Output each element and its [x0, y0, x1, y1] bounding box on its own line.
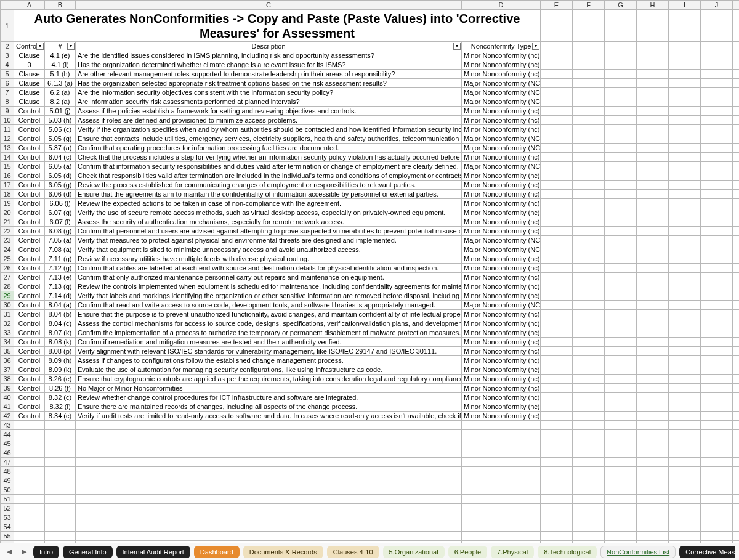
- cell-empty[interactable]: [605, 153, 637, 162]
- cell-empty[interactable]: [573, 264, 605, 273]
- cell-b[interactable]: 8.08 (p): [45, 347, 76, 356]
- row-header[interactable]: 28: [1, 282, 14, 291]
- cell-empty[interactable]: [637, 190, 669, 199]
- cell-empty[interactable]: [637, 264, 669, 273]
- cell-empty[interactable]: [701, 199, 733, 208]
- cell-b[interactable]: 6.08 (g): [45, 227, 76, 236]
- sheet-tab[interactable]: 6.People: [448, 546, 487, 558]
- cell-d[interactable]: Minor Nonconformity (nc): [462, 365, 541, 375]
- cell-empty[interactable]: [733, 393, 740, 402]
- cell-empty[interactable]: [45, 485, 76, 495]
- row-header[interactable]: 40: [1, 393, 14, 402]
- row-header[interactable]: 16: [1, 171, 14, 181]
- cell-b[interactable]: 8.26 (e): [45, 375, 76, 384]
- cell-empty[interactable]: [541, 42, 573, 51]
- row-header[interactable]: 27: [1, 273, 14, 282]
- cell-a[interactable]: Control: [14, 199, 45, 208]
- cell-c[interactable]: Assess if roles are defined and provisio…: [76, 116, 462, 125]
- cell-c[interactable]: Has the organization selected appropriat…: [76, 79, 462, 88]
- row-header[interactable]: 41: [1, 402, 14, 412]
- cell-empty[interactable]: [733, 513, 740, 522]
- cell-empty[interactable]: [541, 236, 573, 245]
- cell-empty[interactable]: [701, 144, 733, 153]
- cell-empty[interactable]: [701, 70, 733, 79]
- cell-empty[interactable]: [605, 171, 637, 181]
- cell-empty[interactable]: [669, 319, 701, 328]
- cell-empty[interactable]: [45, 513, 76, 522]
- cell-empty[interactable]: [541, 495, 573, 504]
- cell-empty[interactable]: [541, 88, 573, 97]
- cell-b[interactable]: 6.06 (d): [45, 190, 76, 199]
- cell-c[interactable]: Check that responsibilities valid after …: [76, 171, 462, 181]
- cell-empty[interactable]: [573, 384, 605, 393]
- cell-c[interactable]: No Major or Minor Nonconformities: [76, 384, 462, 393]
- cell-empty[interactable]: [669, 116, 701, 125]
- cell-empty[interactable]: [45, 421, 76, 430]
- cell-a[interactable]: Control: [14, 134, 45, 144]
- row-header[interactable]: 3: [1, 51, 14, 60]
- cell-empty[interactable]: [701, 60, 733, 70]
- cell-empty[interactable]: [541, 254, 573, 264]
- cell-a[interactable]: Control: [14, 375, 45, 384]
- cell-empty[interactable]: [541, 107, 573, 116]
- cell-empty[interactable]: [605, 430, 637, 439]
- cell-empty[interactable]: [637, 134, 669, 144]
- row-header[interactable]: 36: [1, 356, 14, 365]
- row-header[interactable]: 19: [1, 199, 14, 208]
- cell-empty[interactable]: [701, 181, 733, 190]
- cell-empty[interactable]: [637, 291, 669, 301]
- cell-empty[interactable]: [669, 291, 701, 301]
- cell-empty[interactable]: [541, 310, 573, 319]
- cell-empty[interactable]: [541, 60, 573, 70]
- cell-empty[interactable]: [605, 421, 637, 430]
- cell-empty[interactable]: [701, 430, 733, 439]
- cell-a[interactable]: Control: [14, 181, 45, 190]
- cell-d[interactable]: Minor Nonconformity (nc): [462, 347, 541, 356]
- sheet-tab[interactable]: Clauses 4-10: [327, 546, 379, 558]
- cell-a[interactable]: Control: [14, 171, 45, 181]
- cell-empty[interactable]: [701, 134, 733, 144]
- cell-empty[interactable]: [733, 88, 740, 97]
- cell-empty[interactable]: [14, 485, 45, 495]
- cell-empty[interactable]: [701, 522, 733, 532]
- cell-empty[interactable]: [14, 513, 45, 522]
- cell-empty[interactable]: [605, 10, 637, 42]
- cell-empty[interactable]: [573, 301, 605, 310]
- cell-empty[interactable]: [733, 144, 740, 153]
- cell-b[interactable]: 8.34 (c): [45, 412, 76, 421]
- cell-empty[interactable]: [573, 236, 605, 245]
- cell-empty[interactable]: [541, 301, 573, 310]
- cell-empty[interactable]: [14, 458, 45, 467]
- cell-a[interactable]: Control: [14, 393, 45, 402]
- cell-c[interactable]: Evaluate the use of automation for manag…: [76, 365, 462, 375]
- cell-empty[interactable]: [45, 430, 76, 439]
- cell-empty[interactable]: [733, 319, 740, 328]
- cell-empty[interactable]: [669, 70, 701, 79]
- cell-empty[interactable]: [541, 393, 573, 402]
- cell-empty[interactable]: [669, 532, 701, 541]
- cell-a[interactable]: Control: [14, 301, 45, 310]
- cell-empty[interactable]: [14, 532, 45, 541]
- cell-d[interactable]: Minor Nonconformity (nc): [462, 282, 541, 291]
- column-header-J[interactable]: J: [701, 1, 733, 10]
- cell-empty[interactable]: [541, 153, 573, 162]
- cell-empty[interactable]: [637, 144, 669, 153]
- cell-empty[interactable]: [701, 328, 733, 338]
- cell-c[interactable]: Review the expected actions to be taken …: [76, 199, 462, 208]
- row-header[interactable]: 21: [1, 217, 14, 227]
- cell-empty[interactable]: [669, 439, 701, 448]
- cell-empty[interactable]: [669, 365, 701, 375]
- cell-empty[interactable]: [669, 190, 701, 199]
- cell-a[interactable]: Control: [14, 153, 45, 162]
- cell-empty[interactable]: [637, 245, 669, 254]
- sheet-tab[interactable]: Corrective Measures: [679, 546, 735, 558]
- cell-empty[interactable]: [605, 245, 637, 254]
- cell-empty[interactable]: [76, 495, 462, 504]
- cell-empty[interactable]: [541, 10, 573, 42]
- cell-empty[interactable]: [605, 282, 637, 291]
- cell-empty[interactable]: [701, 310, 733, 319]
- cell-empty[interactable]: [669, 347, 701, 356]
- cell-empty[interactable]: [573, 476, 605, 485]
- cell-c[interactable]: Confirm that only authorized maintenance…: [76, 273, 462, 282]
- cell-empty[interactable]: [669, 208, 701, 217]
